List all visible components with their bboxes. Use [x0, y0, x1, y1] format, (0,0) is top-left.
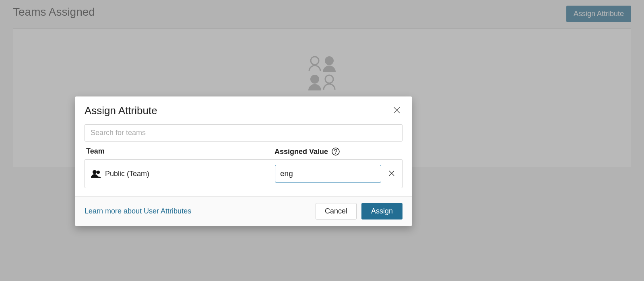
close-icon	[393, 106, 401, 114]
clear-icon	[388, 170, 395, 176]
column-header-team: Team	[85, 147, 275, 156]
assigned-value-input[interactable]	[275, 165, 381, 183]
assigned-value-help-icon[interactable]	[331, 147, 340, 156]
column-header-value: Assigned Value	[275, 148, 328, 156]
svg-point-8	[93, 170, 97, 174]
assign-button[interactable]: Assign	[361, 203, 402, 219]
team-name: Public (Team)	[105, 170, 149, 178]
teams-table: Public (Team)	[85, 159, 402, 188]
team-row: Public (Team)	[85, 160, 402, 188]
assign-attribute-modal: Assign Attribute Team Assigned Value	[75, 96, 412, 226]
team-icon	[91, 170, 101, 178]
close-modal-button[interactable]	[391, 105, 402, 116]
search-teams-input[interactable]	[85, 124, 402, 142]
modal-title: Assign Attribute	[85, 105, 157, 117]
learn-more-link[interactable]: Learn more about User Attributes	[85, 207, 191, 215]
cancel-button[interactable]: Cancel	[316, 203, 357, 219]
clear-value-button[interactable]	[386, 168, 397, 180]
svg-point-9	[97, 171, 100, 174]
svg-point-7	[335, 153, 336, 154]
